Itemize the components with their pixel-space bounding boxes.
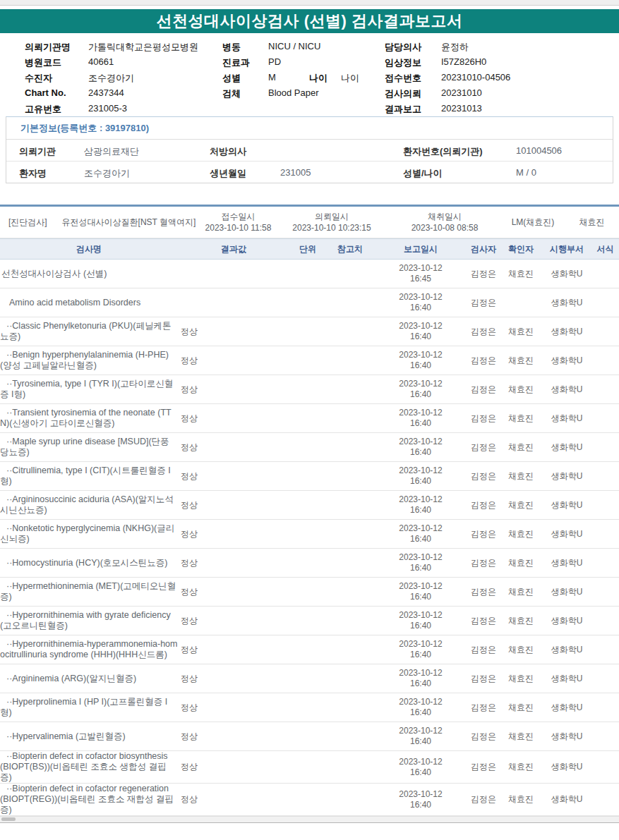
confirmer-cell: 채효진 (500, 499, 542, 511)
info-field-value: 2437344 (88, 87, 124, 98)
report-time: 16:40 (374, 534, 467, 544)
info-field-label: 검사의뢰 (385, 87, 421, 100)
info-field-label: 임상정보 (385, 56, 421, 69)
result-value-cell: 정상 (178, 384, 289, 396)
confirmer-cell: 채효진 (500, 644, 542, 656)
basic-field-label: 환자번호(의뢰기관) (403, 145, 483, 158)
department-cell: 생화학U (542, 326, 591, 338)
department-cell: 생화학U (542, 615, 591, 627)
department-cell: 생화학U (542, 761, 591, 773)
diagnosis-section-label: [진단검사] (0, 217, 56, 229)
info-field-label: 병동 (222, 41, 241, 54)
confirmer-cell: 채효진 (500, 793, 542, 805)
info-field-label: 접수번호 (385, 72, 421, 85)
info-field-label: 병원코드 (25, 56, 61, 69)
test-name-cell: ··Nonketotic hyperglycinemia (NKHG)(글리신뇌… (0, 523, 178, 544)
report-date: 2023-10-12 (374, 437, 467, 447)
report-datetime-cell: 2023-10-1216:40 (374, 437, 467, 458)
report-date: 2023-10-12 (374, 263, 467, 274)
report-datetime-cell: 2023-10-1216:45 (374, 263, 467, 284)
department-cell: 생화학U (542, 384, 591, 396)
info-field-value: 40661 (88, 56, 114, 67)
tester-cell: 김정은 (467, 268, 500, 280)
table-row: ··Argininemia (ARG)(알지닌혈증)정상2023-10-1216… (0, 664, 619, 693)
table-row: Amino acid metabolism Disorders2023-10-1… (0, 288, 619, 317)
report-datetime-cell: 2023-10-1216:40 (374, 610, 467, 631)
header-info-section: 의뢰기관명가톨릭대학교은평성모병원병동NICU / NICU담당의사윤정하병원코… (0, 39, 619, 116)
table-row: ··Hypervalinemia (고발린혈증)정상2023-10-1216:4… (0, 722, 619, 751)
test-name-cell: ··Argininosuccinic aciduria (ASA)(알지노석시닌… (0, 494, 178, 516)
result-value-cell: 정상 (178, 793, 289, 805)
report-datetime-cell: 2023-10-1216:40 (374, 292, 467, 313)
result-value-cell: 정상 (178, 499, 289, 511)
info-field-value: 가톨릭대학교은평성모병원 (88, 41, 198, 54)
info-field-value: 나이 (341, 72, 359, 85)
report-time: 16:40 (374, 505, 467, 516)
top-scrollbar-track[interactable] (0, 0, 619, 6)
diagnosis-row: [진단검사] 유전성대사이상질환[NST 혈액여지] 접수일시 2023-10-… (0, 207, 619, 238)
test-name-cell: ··Biopterin defect in cofactor biosynthe… (0, 751, 178, 783)
diagnosis-received-time: 접수일시 2023-10-10 11:58 (201, 211, 275, 233)
info-field-value: PD (268, 56, 281, 67)
horizontal-scrollbar-thumb[interactable] (1, 817, 16, 821)
tester-cell: 김정은 (467, 793, 500, 805)
column-header: 검사명 (0, 243, 178, 255)
table-row: ··Classic Phenylketonuria (PKU)(페닐케톤뇨증)정… (0, 317, 619, 346)
tester-cell: 김정은 (467, 557, 500, 569)
report-datetime-cell: 2023-10-1216:40 (374, 494, 467, 516)
table-row: ··Homocystinuria (HCY)(호모시스틴뇨증)정상2023-10… (0, 549, 619, 578)
report-date: 2023-10-12 (374, 465, 467, 476)
tester-cell: 김정은 (467, 615, 500, 627)
tester-cell: 김정은 (467, 384, 500, 396)
report-date: 2023-10-12 (374, 668, 467, 678)
report-datetime-cell: 2023-10-1216:40 (374, 379, 467, 400)
test-name-cell: ··Classic Phenylketonuria (PKU)(페닐케톤뇨증) (0, 321, 178, 342)
tester-cell: 김정은 (467, 297, 500, 309)
tester-cell: 김정은 (467, 644, 500, 656)
report-time: 16:40 (374, 592, 467, 602)
info-field-label: 의뢰기관명 (25, 41, 71, 54)
department-cell: 생화학U (542, 644, 591, 656)
report-datetime-cell: 2023-10-1216:40 (374, 697, 467, 718)
info-field-value: 231005-3 (88, 103, 127, 114)
report-datetime-cell: 2023-10-1216:40 (374, 639, 467, 660)
column-header: 확인자 (500, 243, 542, 255)
report-date: 2023-10-12 (374, 610, 467, 621)
tester-cell: 김정은 (467, 499, 500, 511)
basic-field-label: 환자명 (19, 167, 47, 180)
column-header: 단위 (289, 243, 326, 255)
horizontal-scrollbar-track[interactable] (0, 816, 619, 823)
confirmer-cell: 채효진 (500, 384, 542, 396)
tester-cell: 김정은 (467, 413, 500, 425)
report-time: 16:45 (374, 274, 467, 284)
column-header: 검사자 (467, 243, 500, 255)
results-table-body: 선천성대사이상검사 (선별)2023-10-1216:45김정은채효진생화학UA… (0, 260, 619, 816)
info-field-value: NICU / NICU (268, 41, 320, 51)
table-row: ··Citrullinemia, type I (CIT)(시트룰린혈증 I형)… (0, 462, 619, 491)
department-cell: 생화학U (542, 268, 591, 280)
info-row: 의뢰기관명가톨릭대학교은평성모병원병동NICU / NICU담당의사윤정하 (0, 39, 619, 54)
test-name-cell: ··Hypermethioninemia (MET)(고메티오닌혈증) (0, 581, 178, 602)
report-time: 16:40 (374, 563, 467, 573)
confirmer-cell: 채효진 (500, 470, 542, 482)
info-row: 수진자조수경아기성별M나이나이접수번호20231010-04506 (0, 70, 619, 85)
report-time: 16:40 (374, 767, 467, 778)
report-datetime-cell: 2023-10-1216:40 (374, 552, 467, 573)
confirmer-cell: 채효진 (500, 731, 542, 743)
info-field-value: 20231010 (441, 87, 482, 98)
confirmer-cell: 채효진 (500, 761, 542, 773)
diagnosis-collection-time: 채취일시 2023-10-08 08:58 (388, 211, 501, 233)
report-datetime-cell: 2023-10-1216:40 (374, 408, 467, 429)
info-row: Chart No.2437344검체Blood Paper검사의뢰2023101… (0, 85, 619, 101)
report-date: 2023-10-12 (374, 581, 467, 592)
confirmer-cell: 채효진 (500, 528, 542, 540)
table-row: 선천성대사이상검사 (선별)2023-10-1216:45김정은채효진생화학U (0, 260, 619, 288)
test-name-cell: ··Homocystinuria (HCY)(호모시스틴뇨증) (0, 558, 178, 568)
tester-cell: 김정은 (467, 326, 500, 338)
report-date: 2023-10-12 (374, 697, 467, 707)
diagnosis-confirmer: 채효진 (565, 217, 619, 229)
results-table-header: 검사명결과값단위참고치보고일시검사자확인자시행부서서식 (0, 238, 619, 260)
result-value-cell: 정상 (178, 644, 289, 656)
report-time: 16:40 (374, 389, 467, 400)
result-value-cell: 정상 (178, 673, 289, 685)
